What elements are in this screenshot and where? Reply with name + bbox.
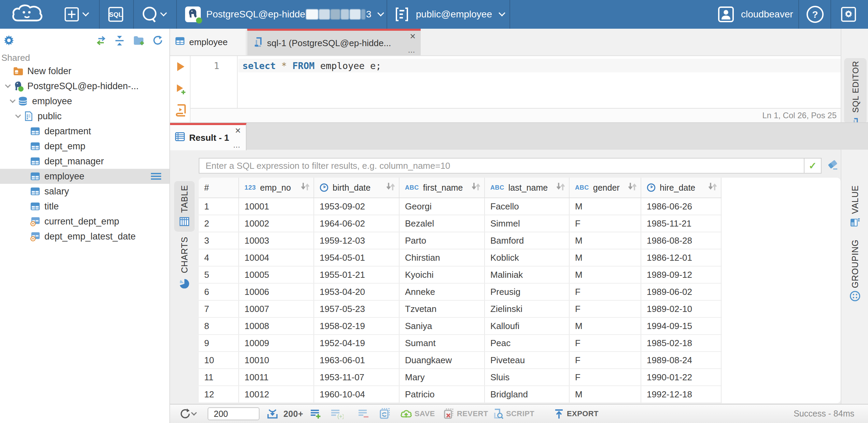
sync-connections-icon[interactable] — [96, 36, 107, 48]
tab-table-view[interactable]: TABLE — [174, 181, 195, 232]
folder-db-icon — [13, 66, 23, 76]
settings-button[interactable] — [841, 0, 856, 29]
schema-selector[interactable]: public@employee — [394, 0, 504, 29]
cloudbeaver-logo[interactable] — [11, 0, 44, 29]
tab-charts-view[interactable]: CHARTS — [174, 232, 195, 300]
sort-icon[interactable] — [471, 182, 481, 193]
sort-icon[interactable] — [628, 182, 637, 193]
table-row[interactable]: 11100111953-11-07MarySluisF1990-01-22 — [199, 369, 722, 386]
add-row-button[interactable] — [310, 405, 322, 423]
new-connection-button[interactable] — [64, 0, 79, 29]
column-header-gender[interactable]: ABCgender — [570, 178, 641, 197]
duplicate-row-button[interactable]: (+) — [331, 405, 344, 423]
item-menu-icon[interactable] — [151, 172, 161, 181]
help-button[interactable]: ? — [806, 0, 824, 29]
script-button[interactable]: SCRIPT — [492, 405, 534, 423]
tree-item-new-folder[interactable]: New folder — [0, 64, 169, 79]
result-tab-bar: Result - 1 ✕ … — [170, 122, 868, 150]
sort-icon[interactable] — [386, 182, 395, 193]
tree-item-dept-emp-latest-date[interactable]: dept_emp_latest_date — [0, 229, 169, 244]
table-row[interactable]: 1100011953-09-02GeorgiFacelloM1986-06-26 — [199, 198, 722, 215]
table-row[interactable]: 8100081958-02-19SaniyaKalloufiM1994-09-1… — [199, 318, 722, 335]
revert-button[interactable]: REVERT — [443, 405, 488, 423]
fetch-more-button[interactable]: 200+ — [281, 405, 303, 423]
code-area[interactable]: select * FROM employee e; — [238, 56, 841, 108]
search-tools-dropdown[interactable] — [161, 0, 166, 29]
table-row[interactable]: 6100061953-04-20AnnekePreusigF1989-06-02 — [199, 284, 722, 301]
tree-item-title[interactable]: title — [0, 199, 169, 214]
column-header-num[interactable]: # — [199, 178, 239, 197]
tree-item-dept-manager[interactable]: dept_manager — [0, 154, 169, 169]
table-view-icon — [179, 217, 190, 229]
top-bar: SQL PostgreSQL@ep-hidde 3 — [0, 0, 868, 29]
column-header-first_name[interactable]: ABCfirst_name — [400, 178, 485, 197]
refresh-dropdown[interactable] — [192, 405, 196, 423]
tree-item-postgresql-ep-hidden-[interactable]: PostgreSQL@ep-hidden-... — [0, 79, 169, 94]
chevron-down-icon[interactable] — [3, 83, 13, 90]
tree-item-public[interactable]: public — [0, 109, 169, 124]
collapse-all-icon[interactable] — [114, 36, 125, 48]
table-row[interactable]: 4100041954-05-01ChirstianKoblickM1986-12… — [199, 249, 722, 267]
column-header-emp_no[interactable]: 123emp_no — [239, 178, 314, 197]
fetch-more-icon[interactable] — [267, 405, 278, 423]
chevron-down-icon[interactable] — [13, 113, 23, 120]
tab-more-icon[interactable]: … — [408, 46, 416, 55]
apply-filter-button[interactable]: ✓ — [804, 159, 821, 173]
tree-item-current-dept-emp[interactable]: current_dept_emp — [0, 214, 169, 229]
table-row[interactable]: 7100071957-05-23TzvetanZielinskiF1989-02… — [199, 301, 722, 318]
table-row[interactable]: 10100101963-06-01DuangkaewPiveteauF1989-… — [199, 352, 722, 369]
save-button[interactable]: SAVE — [400, 405, 435, 423]
table-icon — [175, 36, 185, 49]
chevron-down-icon[interactable] — [8, 98, 18, 105]
table-row[interactable]: 12100121960-10-04PatricioBridglandM1992-… — [199, 386, 722, 403]
postgres-icon — [13, 81, 23, 91]
cursor-position: Ln 1, Col 26, Pos 25 — [762, 111, 837, 120]
tree-item-salary[interactable]: salary — [0, 184, 169, 199]
execute-icon[interactable] — [176, 62, 186, 74]
result-more-icon[interactable]: … — [233, 141, 241, 150]
add-folder-icon[interactable] — [133, 36, 145, 48]
tree-item-department[interactable]: department — [0, 124, 169, 139]
sort-icon[interactable] — [556, 182, 565, 193]
table-row[interactable]: 2100021964-06-02BezalelSimmelF1985-11-21 — [199, 215, 722, 232]
tree-item-employee[interactable]: employee — [0, 94, 169, 109]
filter-input[interactable]: Enter a SQL expression to filter results… — [199, 159, 804, 173]
sort-icon[interactable] — [708, 182, 717, 193]
tree-item-employee[interactable]: employee — [0, 169, 169, 184]
result-table-icon — [175, 132, 185, 144]
close-tab-icon[interactable]: ✕ — [410, 32, 416, 41]
close-result-icon[interactable]: ✕ — [235, 126, 241, 135]
refresh-results-button[interactable] — [180, 405, 191, 423]
cloudbeaver-app: SQL PostgreSQL@ep-hidde 3 — [0, 0, 868, 423]
clear-filter-icon[interactable] — [827, 160, 839, 173]
tab-sql-editor[interactable]: sql-1 (PostgreSQL@ep-hidde... ✕ … — [247, 29, 421, 55]
export-button[interactable]: EXPORT — [554, 405, 599, 423]
tab-employee[interactable]: employee — [170, 29, 247, 55]
execute-script-icon[interactable] — [175, 104, 186, 119]
view-icon — [30, 231, 40, 242]
connection-selector[interactable]: PostgreSQL@ep-hidde 3 — [185, 0, 383, 29]
editor-status-bar: Ln 1, Col 26, Pos 25 — [170, 108, 841, 122]
new-connection-dropdown[interactable] — [83, 0, 88, 29]
settings-gear-icon[interactable] — [3, 35, 14, 48]
sql-editor-button[interactable]: SQL — [108, 0, 124, 29]
tab-grouping-panel[interactable]: GROUPING — [841, 234, 868, 316]
execute-new-tab-icon[interactable] — [176, 84, 186, 97]
user-menu[interactable]: cloudbeaver — [718, 0, 793, 29]
table-row[interactable]: 5100051955-01-21KyoichiMaliniakM1989-09-… — [199, 267, 722, 284]
column-header-hire_date[interactable]: hire_date — [641, 178, 722, 197]
table-row[interactable]: 3100031959-12-03PartoBamfordM1986-08-28 — [199, 232, 722, 249]
delete-row-button[interactable] — [358, 405, 369, 423]
tab-result-1[interactable]: Result - 1 ✕ … — [170, 123, 247, 150]
table-row[interactable]: 9100091952-04-19SumantPeacF1985-02-18 — [199, 335, 722, 352]
tree-item-dept-emp[interactable]: dept_emp — [0, 139, 169, 154]
tab-sql-editor-side[interactable]: SQL EDITOR — [844, 58, 867, 124]
tab-value-panel[interactable]: VALUE — [841, 162, 868, 244]
row-limit-input[interactable]: 200 — [208, 407, 260, 420]
column-header-last_name[interactable]: ABClast_name — [485, 178, 570, 197]
column-header-birth_date[interactable]: birth_date — [314, 178, 400, 197]
refresh-tree-icon[interactable] — [152, 35, 163, 48]
sort-icon[interactable] — [300, 182, 310, 193]
search-tools-button[interactable] — [141, 0, 160, 29]
apply-changes-button[interactable] — [379, 405, 391, 423]
